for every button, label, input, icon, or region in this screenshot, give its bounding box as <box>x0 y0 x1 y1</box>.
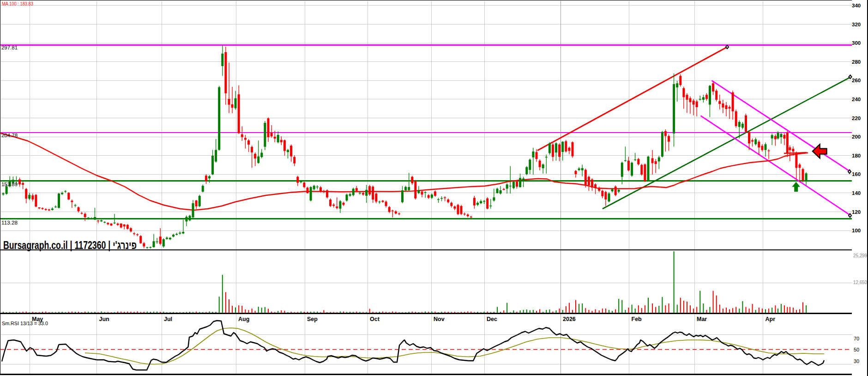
svg-text:Jun: Jun <box>99 316 109 322</box>
svg-text:340: 340 <box>852 3 861 8</box>
svg-text:260: 260 <box>852 78 861 83</box>
svg-text:Nov: Nov <box>434 316 445 322</box>
svg-text:140: 140 <box>852 190 861 196</box>
svg-text:200: 200 <box>852 134 861 139</box>
svg-text:Mar: Mar <box>697 316 707 322</box>
svg-text:Apr: Apr <box>766 316 776 322</box>
svg-text:Aug: Aug <box>238 316 249 322</box>
svg-text:Dec: Dec <box>487 316 497 322</box>
svg-text:153.89: 153.89 <box>1 182 18 187</box>
svg-text:MA 100 : 183.83: MA 100 : 183.83 <box>2 1 33 6</box>
svg-text:30: 30 <box>854 358 859 364</box>
svg-text:100: 100 <box>852 228 861 233</box>
svg-text:Bursagraph.co.il | 1172360 | פ: Bursagraph.co.il | 1172360 | פינרג'י <box>3 239 137 251</box>
svg-text:220: 220 <box>852 115 861 121</box>
svg-text:25,299: 25,299 <box>853 253 867 258</box>
svg-text:320: 320 <box>852 22 861 27</box>
svg-text:Sep: Sep <box>307 316 318 322</box>
svg-text:240: 240 <box>852 97 861 102</box>
svg-text:12,650: 12,650 <box>853 280 867 285</box>
svg-text:Feb: Feb <box>632 316 642 322</box>
svg-text:204.78: 204.78 <box>1 133 18 138</box>
svg-text:120: 120 <box>852 209 861 215</box>
svg-text:280: 280 <box>852 59 861 65</box>
svg-text:70: 70 <box>854 336 859 341</box>
svg-text:2026: 2026 <box>563 316 576 322</box>
svg-text:297.81: 297.81 <box>1 45 18 50</box>
svg-text:113.28: 113.28 <box>1 220 18 225</box>
svg-text:180: 180 <box>852 153 861 158</box>
svg-text:300: 300 <box>852 40 861 46</box>
svg-text:Oct: Oct <box>370 316 380 322</box>
svg-text:Jul: Jul <box>164 316 172 322</box>
svg-text:50: 50 <box>854 347 859 352</box>
svg-text:Sm.RSI 13/13 = 33.0: Sm.RSI 13/13 = 33.0 <box>2 321 48 326</box>
svg-text:160: 160 <box>852 171 861 177</box>
